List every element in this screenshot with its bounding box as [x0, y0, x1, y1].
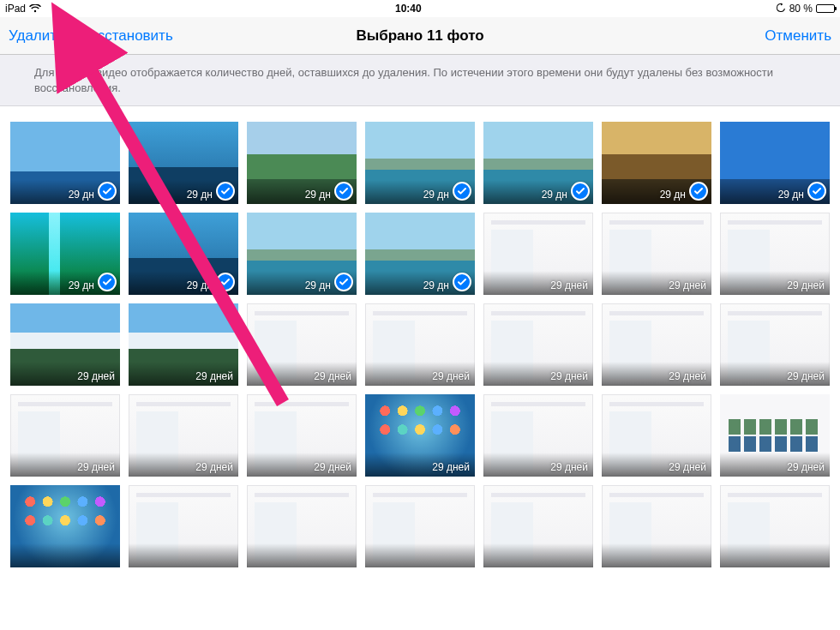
photo-grid-container: 29 дн29 дн29 дн29 дн29 дн29 дн29 дн29 дн… — [0, 106, 840, 630]
days-remaining-label: 29 дней — [432, 461, 470, 473]
photo-thumbnail[interactable] — [129, 485, 238, 567]
days-remaining-label: 29 дней — [787, 370, 825, 382]
wifi-icon — [29, 4, 41, 13]
cancel-button[interactable]: Отменить — [765, 27, 831, 44]
photo-thumbnail[interactable]: 29 дн — [365, 122, 475, 204]
days-remaining-label: 29 дн — [305, 279, 331, 291]
photo-thumbnail[interactable]: 29 дней — [602, 394, 711, 477]
days-remaining-label: 29 дн — [69, 189, 94, 201]
photo-thumbnail[interactable]: 29 дней — [483, 213, 593, 295]
selected-check-icon — [98, 182, 117, 201]
photo-thumbnail[interactable]: 29 дн — [365, 213, 475, 295]
photo-thumbnail[interactable]: 29 дней — [602, 213, 711, 295]
photo-thumbnail[interactable]: 29 дн — [720, 122, 830, 204]
photo-thumbnail[interactable]: 29 дней — [483, 394, 593, 477]
device-label: iPad — [5, 3, 26, 15]
days-remaining-label: 29 дн — [660, 189, 686, 201]
days-remaining-label: 29 дней — [669, 461, 706, 473]
photo-thumbnail[interactable]: 29 дн — [10, 213, 120, 295]
days-remaining-label: 29 дн — [69, 279, 94, 291]
days-remaining-label: 29 дней — [550, 461, 588, 473]
selected-check-icon — [571, 182, 590, 201]
selected-check-icon — [216, 182, 235, 201]
days-remaining-label: 29 дн — [778, 189, 804, 201]
days-remaining-label: 29 дн — [187, 279, 213, 291]
selected-check-icon — [689, 182, 708, 201]
photo-thumbnail[interactable]: 29 дн — [10, 122, 120, 204]
days-remaining-label: 29 дн — [542, 189, 567, 201]
photo-thumbnail[interactable]: 29 дн — [247, 122, 357, 204]
nav-title: Выбрано 11 фото — [356, 27, 483, 45]
days-remaining-label: 29 дн — [423, 279, 449, 291]
photo-thumbnail[interactable]: 29 дн — [129, 122, 238, 204]
photo-thumbnail[interactable]: 29 дней — [720, 213, 830, 295]
days-remaining-label: 29 дней — [669, 279, 706, 291]
restore-button[interactable]: Восстановить — [80, 27, 173, 45]
days-remaining-label: 29 дней — [787, 279, 825, 291]
days-remaining-label: 29 дн — [423, 189, 449, 201]
photo-thumbnail[interactable]: 29 дней — [247, 394, 357, 477]
clock: 10:40 — [41, 3, 776, 15]
selected-check-icon — [453, 182, 471, 201]
photo-thumbnail[interactable] — [247, 485, 357, 567]
info-banner: Для фото и видео отображается количество… — [0, 55, 840, 106]
photo-thumbnail[interactable] — [10, 485, 120, 567]
photo-thumbnail[interactable]: 29 дн — [129, 213, 238, 295]
selected-check-icon — [334, 273, 353, 291]
photo-thumbnail[interactable]: 29 дней — [602, 303, 711, 386]
navigation-bar: Удалить Восстановить Выбрано 11 фото Отм… — [0, 17, 840, 55]
days-remaining-label: 29 дней — [669, 370, 706, 382]
days-remaining-label: 29 дней — [195, 461, 233, 473]
days-remaining-label: 29 дней — [432, 370, 470, 382]
photo-grid: 29 дн29 дн29 дн29 дн29 дн29 дн29 дн29 дн… — [10, 122, 830, 567]
photo-thumbnail[interactable]: 29 дн — [602, 122, 711, 204]
selected-check-icon — [216, 273, 235, 291]
selected-check-icon — [453, 273, 471, 291]
selected-check-icon — [807, 182, 826, 201]
battery-icon — [816, 4, 835, 13]
days-remaining-label: 29 дн — [187, 189, 213, 201]
days-remaining-label: 29 дней — [314, 461, 351, 473]
days-remaining-label: 29 дн — [305, 189, 331, 201]
selected-check-icon — [334, 182, 353, 201]
photo-thumbnail[interactable]: 29 дней — [129, 394, 238, 477]
photo-thumbnail[interactable]: 29 дней — [10, 394, 120, 477]
photo-thumbnail[interactable]: 29 дней — [720, 303, 830, 386]
photo-thumbnail[interactable]: 29 дн — [483, 122, 593, 204]
rotation-lock-icon — [776, 3, 786, 15]
days-remaining-label: 29 дней — [195, 370, 233, 382]
photo-thumbnail[interactable]: 29 дней — [720, 394, 830, 477]
days-remaining-label: 29 дней — [550, 279, 588, 291]
photo-thumbnail[interactable]: 29 дней — [129, 303, 238, 386]
photo-thumbnail[interactable]: 29 дней — [483, 303, 593, 386]
photo-thumbnail[interactable]: 29 дней — [365, 394, 475, 477]
photo-thumbnail[interactable] — [483, 485, 593, 567]
days-remaining-label: 29 дней — [314, 370, 351, 382]
photo-thumbnail[interactable]: 29 дн — [247, 213, 357, 295]
selected-check-icon — [98, 273, 117, 291]
days-remaining-label: 29 дней — [77, 461, 115, 473]
delete-button[interactable]: Удалить — [9, 27, 64, 45]
photo-thumbnail[interactable] — [720, 485, 830, 567]
photo-thumbnail[interactable] — [365, 485, 475, 567]
photo-thumbnail[interactable]: 29 дней — [10, 303, 120, 386]
status-bar: iPad 10:40 80 % — [0, 0, 840, 17]
days-remaining-label: 29 дней — [787, 461, 825, 473]
photo-thumbnail[interactable] — [602, 485, 711, 567]
battery-percent: 80 % — [789, 3, 813, 15]
days-remaining-label: 29 дней — [550, 370, 588, 382]
photo-thumbnail[interactable]: 29 дней — [365, 303, 475, 386]
days-remaining-label: 29 дней — [77, 370, 115, 382]
photo-thumbnail[interactable]: 29 дней — [247, 303, 357, 386]
